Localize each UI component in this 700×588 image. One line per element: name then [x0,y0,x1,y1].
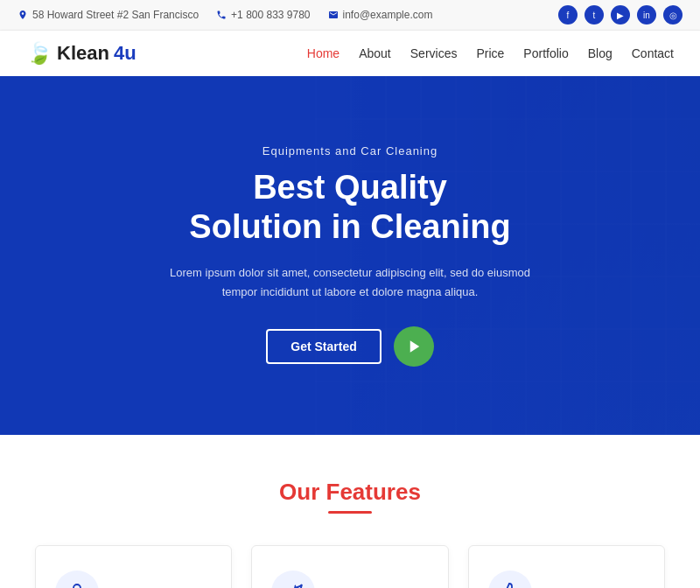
address-item: 58 Howard Street #2 San Francisco [18,9,199,21]
svg-marker-0 [410,340,420,353]
hero-title-line2: Solution in Cleaning [189,208,510,245]
hero-content: Equipments and Car Cleaning Best Quality… [149,109,551,402]
main-nav: Home About Services Price Portfolio Blog… [307,46,674,60]
play-button[interactable] [394,326,434,367]
features-underline [35,511,665,514]
twitter-icon[interactable]: t [584,5,604,24]
nav-home[interactable]: Home [307,46,340,60]
header: 🍃 Klean4u Home About Services Price Port… [0,31,700,76]
hero-subtitle: Equipments and Car Cleaning [166,144,534,158]
thumbs-up-icon [500,582,521,588]
logo-icon: 🍃 [26,41,52,66]
features-grid: Export Team Lorem ipsum dolor sit amet c… [35,545,665,588]
linkedin-icon[interactable]: in [637,5,656,24]
feature-icon-0 [55,570,99,588]
email-item: info@example.com [328,9,433,21]
play-icon [407,339,423,354]
nav-contact[interactable]: Contact [632,46,674,60]
feature-icon-1 [271,570,315,588]
features-heading-keyword: Features [326,479,421,505]
get-started-button[interactable]: Get Started [266,329,381,364]
top-bar: 58 Howard Street #2 San Francisco +1 800… [0,0,700,31]
facebook-icon[interactable]: f [558,5,578,24]
nav-services[interactable]: Services [410,46,458,60]
youtube-icon[interactable]: ▶ [611,5,630,24]
hero-section: Equipments and Car Cleaning Best Quality… [0,76,700,435]
hero-description: Lorem ipsum dolor sit amet, consectetur … [166,263,534,302]
logo: 🍃 Klean4u [26,41,136,66]
phone-icon [216,10,227,20]
location-icon [18,10,28,20]
instagram-icon[interactable]: ◎ [663,5,682,24]
phone-text: +1 800 833 9780 [231,9,310,21]
logo-suffix: 4u [114,42,136,65]
svg-point-1 [74,584,80,588]
top-bar-left: 58 Howard Street #2 San Francisco +1 800… [18,9,432,21]
nav-blog[interactable]: Blog [588,46,612,60]
address-text: 58 Howard Street #2 San Francisco [32,9,199,21]
nav-about[interactable]: About [359,46,391,60]
phone-item: +1 800 833 9780 [216,9,310,21]
leaf-icon [283,582,304,588]
nav-price[interactable]: Price [476,46,504,60]
email-icon [328,10,339,20]
features-heading-our: Our [279,479,319,505]
social-links: f t ▶ in ◎ [558,5,682,24]
logo-text: Klean [57,42,109,65]
person-icon [66,582,88,588]
feature-card-0: Export Team Lorem ipsum dolor sit amet c… [35,545,232,588]
features-section: Our Features Export Team Lorem ipsum dol… [0,435,700,588]
feature-icon-2 [488,570,532,588]
hero-title: Best Quality Solution in Cleaning [166,168,534,248]
nav-portfolio[interactable]: Portfolio [523,46,568,60]
email-text: info@example.com [343,9,433,21]
features-heading: Our Features [35,479,665,506]
hero-actions: Get Started [166,326,534,367]
hero-title-line1: Best Quality [253,169,447,206]
feature-card-2: 100% Satisfaction Lorem ipsum dolor sit … [468,545,665,588]
feature-card-1: Eco-Friendly Lorem ipsum dolor sit amet … [251,545,448,588]
